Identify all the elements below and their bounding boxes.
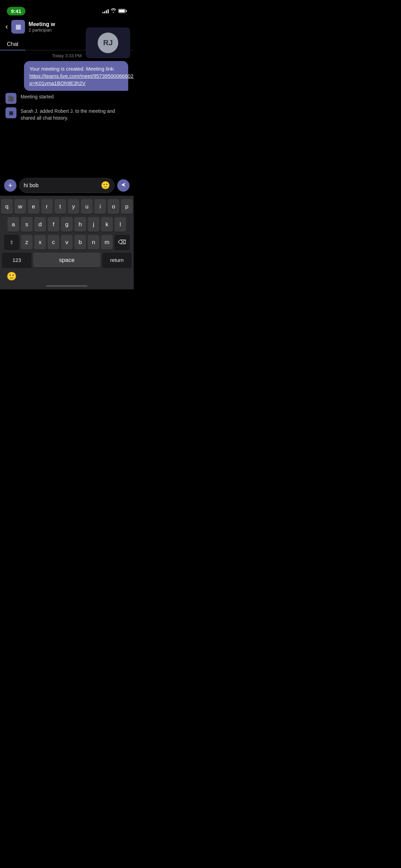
message-row-out: Your meeting is created. Meeting link: h… [5, 61, 128, 91]
home-indicator [1, 282, 133, 288]
key-space[interactable]: space [33, 253, 100, 267]
video-avatar-initials: RJ [103, 38, 113, 47]
key-f[interactable]: f [48, 217, 59, 232]
key-m[interactable]: m [101, 235, 113, 250]
send-icon [121, 182, 126, 189]
key-d[interactable]: d [34, 217, 46, 232]
status-icons [102, 8, 127, 14]
keyboard-emoji-button[interactable]: 🙂 [7, 272, 17, 281]
key-shift[interactable]: ⇧ [4, 235, 19, 250]
input-area: + 🙂 [0, 175, 134, 196]
key-u[interactable]: u [81, 199, 93, 214]
key-backspace[interactable]: ⌫ [114, 235, 130, 250]
meeting-name: Meeting w [28, 21, 128, 27]
key-b[interactable]: b [74, 235, 86, 250]
app-container: 9:41 ‹ ▦ Meeting w 2 pa [0, 0, 134, 289]
key-t[interactable]: t [54, 199, 66, 214]
key-l[interactable]: l [114, 217, 126, 232]
back-button[interactable]: ‹ [5, 22, 8, 31]
keyboard-emoji-row: 🙂 [1, 269, 133, 282]
status-time: 9:41 [7, 7, 25, 15]
numbers-label: 123 [12, 257, 21, 263]
emoji-button[interactable]: 🙂 [101, 181, 110, 190]
battery-icon [118, 9, 127, 13]
video-camera-icon: 🎥 [8, 95, 14, 102]
keyboard-row-1: q w e r t y u i o p [1, 199, 133, 214]
meeting-started-icon: 🎥 [5, 93, 16, 104]
keyboard-row-3: ⇧ z x c v b n m ⌫ [1, 235, 133, 250]
message-input-wrap: 🙂 [19, 178, 114, 193]
key-a[interactable]: a [8, 217, 19, 232]
chat-scroll-area: Today 3:33 PM Your meeting is created. M… [0, 50, 134, 175]
key-s[interactable]: s [21, 217, 33, 232]
key-w[interactable]: w [14, 199, 26, 214]
meeting-icon: ▦ [9, 110, 13, 116]
key-o[interactable]: o [108, 199, 119, 214]
keyboard-bottom-row: 123 space return [1, 253, 133, 267]
meeting-link[interactable]: https://teams.live.com/meet/957395000666… [29, 73, 134, 86]
meeting-avatar: ▦ [11, 20, 25, 34]
key-v[interactable]: v [61, 235, 73, 250]
added-text: Sarah J. added Robert J. to the meeting … [21, 107, 128, 121]
key-x[interactable]: x [34, 235, 46, 250]
system-message-meeting-started: 🎥 Meeting started [5, 91, 128, 105]
message-bubble-outgoing: Your meeting is created. Meeting link: h… [24, 61, 128, 91]
system-message-added: ▦ Sarah J. added Robert J. to the meetin… [5, 105, 128, 123]
key-n[interactable]: n [88, 235, 99, 250]
keyboard-row-2: a s d f g h j k l [1, 217, 133, 232]
add-button[interactable]: + [4, 179, 16, 192]
wifi-icon [111, 8, 116, 14]
key-p[interactable]: p [121, 199, 133, 214]
key-h[interactable]: h [74, 217, 86, 232]
meeting-started-text: Meeting started [21, 92, 54, 100]
video-participant-avatar: RJ [98, 33, 118, 53]
message-text-outgoing: Your meeting is created. Meeting link: h… [29, 66, 134, 86]
status-bar: 9:41 [0, 0, 134, 17]
added-icon: ▦ [5, 107, 16, 118]
key-g[interactable]: g [61, 217, 73, 232]
video-overlay-card: RJ [86, 27, 130, 58]
key-123[interactable]: 123 [2, 253, 32, 267]
tab-chat[interactable]: Chat [0, 38, 25, 50]
key-c[interactable]: c [48, 235, 59, 250]
signal-bars-icon [102, 9, 109, 13]
plus-icon: + [8, 182, 13, 189]
keyboard: q w e r t y u i o p a s d f g h j k l ⇧ … [0, 196, 134, 289]
key-return[interactable]: return [102, 253, 132, 267]
send-button[interactable] [117, 179, 130, 192]
key-z[interactable]: z [21, 235, 33, 250]
key-q[interactable]: q [1, 199, 13, 214]
key-i[interactable]: i [94, 199, 106, 214]
key-r[interactable]: r [41, 199, 53, 214]
home-bar [46, 285, 87, 287]
message-input[interactable] [24, 182, 101, 189]
key-e[interactable]: e [28, 199, 39, 214]
space-label: space [59, 257, 74, 264]
key-k[interactable]: k [101, 217, 113, 232]
meeting-avatar-icon: ▦ [15, 23, 21, 31]
return-label: return [110, 257, 123, 263]
key-y[interactable]: y [68, 199, 80, 214]
key-j[interactable]: j [88, 217, 99, 232]
